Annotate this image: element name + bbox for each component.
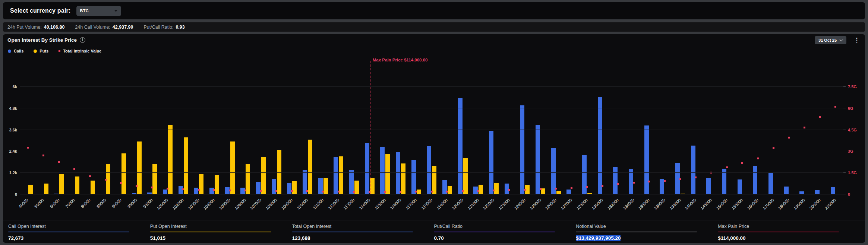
summary-underline: [292, 232, 413, 232]
intrinsic-value-dot: [524, 189, 526, 191]
legend-item-calls[interactable]: Calls: [8, 49, 23, 53]
intrinsic-value-dot: [834, 106, 836, 108]
bar-group-60000: [51, 87, 67, 194]
legend-marker-icon: [59, 50, 60, 52]
gridline: [20, 151, 843, 151]
bar-group-50000: [36, 87, 51, 194]
intrinsic-value-dot: [446, 191, 448, 192]
summary-max-pain-price: Max Pain Price$114,000.00: [718, 224, 860, 241]
x-axis-label-text: 118000: [420, 198, 433, 210]
right-axis-tickmark: [843, 108, 846, 108]
put-bar: [463, 158, 468, 194]
x-axis-label-text: 114000: [358, 198, 371, 210]
bar-group-138000: [672, 87, 688, 194]
call-bar: [396, 152, 400, 194]
bar-group-109000: [284, 87, 300, 194]
bar-group-210000: [828, 87, 843, 194]
call-volume-value: 42,937.90: [113, 25, 133, 30]
put-bar: [121, 153, 126, 194]
right-axis-tick: 4.5G: [848, 128, 857, 132]
put-bar: [75, 176, 79, 194]
intrinsic-value-dot: [306, 190, 308, 192]
put-bar: [168, 125, 173, 194]
intrinsic-value-dot: [508, 189, 510, 191]
x-axis-label-text: 190000: [793, 198, 806, 210]
call-bar: [427, 146, 431, 194]
x-axis-label-text: 140000: [684, 198, 697, 210]
x-axis-label-text: 120000: [451, 198, 464, 210]
bar-group-130000: [595, 87, 610, 194]
bar-group-122000: [486, 87, 502, 194]
bar-group-85000: [98, 87, 113, 194]
expiry-date-select[interactable]: 31 Oct 25: [815, 36, 846, 44]
right-axis-tick: 0: [848, 192, 850, 197]
gridline: [20, 194, 843, 194]
left-axis-tick: 1.2k: [9, 171, 17, 175]
put-bar: [59, 174, 64, 194]
intrinsic-value-dot: [617, 183, 619, 185]
summary-label: Notional Value: [576, 224, 697, 229]
call-bar: [380, 147, 385, 194]
bar-group-113000: [346, 87, 362, 194]
x-axis-label-text: 126000: [545, 198, 557, 210]
summary-underline: [8, 232, 129, 232]
bar-group-105000: [222, 87, 238, 194]
bars-container: Max Pain Price $114,000.00: [20, 87, 843, 194]
intrinsic-value-dot: [586, 186, 588, 188]
x-axis-label-text: 103000: [187, 198, 200, 210]
put-call-ratio-stat: Put/Call Ratio: 0.93: [143, 25, 184, 30]
intrinsic-value-dot: [431, 191, 433, 192]
chart-header-actions: 31 Oct 25 ⋮: [815, 36, 861, 44]
x-axis-label-text: 50000: [34, 198, 45, 209]
summary-put-open-interest: Put Open Interest51,015: [150, 224, 292, 241]
put-bar: [339, 156, 343, 194]
x-axis-label-text: 117000: [405, 198, 417, 210]
put-bar: [199, 174, 203, 194]
intrinsic-value-dot: [664, 180, 666, 182]
put-bar: [152, 164, 157, 194]
bar-group-128000: [579, 87, 595, 194]
x-axis-label-text: 80000: [80, 198, 91, 209]
put-bar: [541, 188, 545, 194]
right-axis-tickmark: [843, 151, 846, 151]
info-icon[interactable]: i: [80, 37, 85, 43]
legend-label: Puts: [40, 49, 48, 53]
put-bar: [44, 184, 48, 194]
x-axis-label-text: 155000: [731, 198, 744, 210]
bar-group-115000: [377, 87, 393, 194]
currency-pair-select[interactable]: BTC: [76, 6, 121, 16]
kebab-menu-icon[interactable]: ⋮: [853, 37, 861, 43]
put-volume-stat: 24h Put Volume: 40,106.80: [7, 25, 64, 30]
legend-item-total-intrinsic-value[interactable]: Total Intrinsic Value: [59, 49, 101, 53]
intrinsic-value-dot: [741, 162, 743, 164]
bar-group-134000: [626, 87, 641, 194]
bar-group-110000: [300, 87, 315, 194]
intrinsic-value-dot: [555, 188, 557, 190]
bar-group-121000: [470, 87, 486, 194]
put-bar: [28, 185, 33, 194]
intrinsic-value-dot: [571, 187, 572, 189]
legend-item-puts[interactable]: Puts: [34, 49, 48, 53]
put-bar: [401, 163, 405, 194]
bar-group-90000: [113, 87, 129, 194]
x-axis-label-text: 85000: [95, 198, 107, 209]
legend-marker-icon: [34, 50, 37, 53]
intrinsic-value-dot: [58, 161, 60, 163]
x-axis-label-text: 123000: [498, 198, 511, 210]
summary-underline: [576, 232, 697, 232]
intrinsic-value-dot: [73, 168, 75, 170]
x-axis-label-text: 130000: [591, 198, 604, 210]
chevron-down-icon: [840, 38, 843, 41]
bar-group-200000: [812, 87, 828, 194]
call-bar: [598, 97, 602, 194]
put-bar: [448, 186, 452, 194]
summary-total-open-interest: Total Open Interest123,688: [292, 224, 434, 241]
x-axis-label-text: 60000: [49, 198, 60, 209]
call-bar: [520, 105, 524, 194]
x-axis-label-text: 109000: [280, 198, 293, 210]
right-axis-tickmark: [843, 130, 846, 130]
intrinsic-value-dot: [804, 127, 805, 128]
x-axis-label-text: 107000: [249, 198, 262, 210]
bar-group-140000: [688, 87, 704, 194]
legend-label: Total Intrinsic Value: [63, 49, 101, 53]
